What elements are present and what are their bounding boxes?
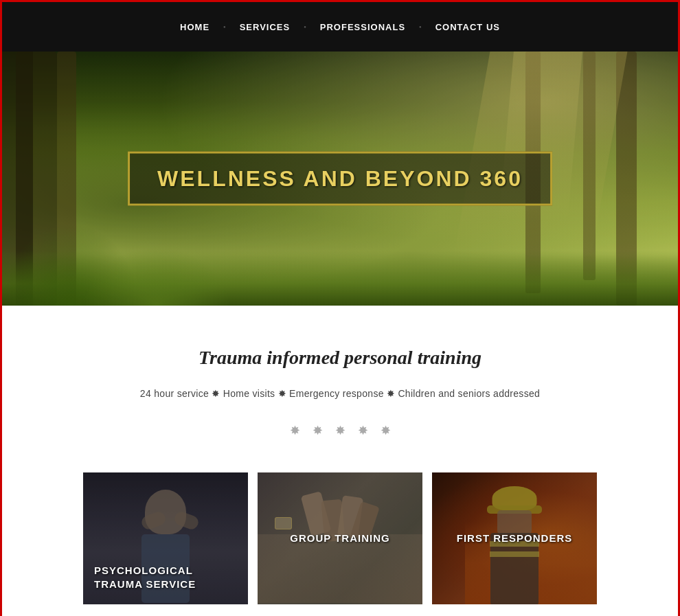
- nav-services[interactable]: SERVICES: [226, 22, 304, 32]
- nav-professionals[interactable]: PROFESSIONALS: [306, 22, 419, 32]
- nav-home[interactable]: HOME: [166, 22, 223, 32]
- card-psychological-trauma[interactable]: PSYCHOLOGICALTRAUMA SERVICE: [83, 472, 248, 604]
- hero-title: WELLNESS AND BEYOND 360: [157, 166, 523, 192]
- card-2-label: GROUP TRAINING: [258, 532, 422, 545]
- star-2: ✸: [313, 423, 323, 438]
- card-3-label: FIRST RESPONDERS: [432, 532, 597, 545]
- hero-section: WELLNESS AND BEYOND 360: [2, 52, 678, 306]
- tagline-stars: ✸ ✸ ✸ ✸ ✸: [16, 423, 664, 438]
- card-first-responders[interactable]: FIRST RESPONDERS: [432, 472, 597, 604]
- main-nav: HOME ● SERVICES ● PROFESSIONALS ● CONTAC…: [2, 2, 678, 52]
- star-4: ✸: [358, 423, 368, 438]
- card-group-training[interactable]: GROUP TRAINING: [258, 472, 422, 604]
- nav-contact[interactable]: CONTACT US: [422, 22, 514, 32]
- card-1-label: PSYCHOLOGICALTRAUMA SERVICE: [83, 553, 248, 604]
- star-5: ✸: [381, 423, 391, 438]
- tagline-sub: 24 hour service ✸ Home visits ✸ Emergenc…: [16, 388, 664, 399]
- tagline-section: Trauma informed personal training 24 hou…: [2, 306, 678, 616]
- star-1: ✸: [290, 423, 300, 438]
- hero-title-box: WELLNESS AND BEYOND 360: [128, 152, 552, 206]
- star-3: ✸: [335, 423, 345, 438]
- service-cards: PSYCHOLOGICALTRAUMA SERVICE GROUP TRAINI…: [16, 472, 664, 616]
- tagline-main: Trauma informed personal training: [16, 347, 664, 369]
